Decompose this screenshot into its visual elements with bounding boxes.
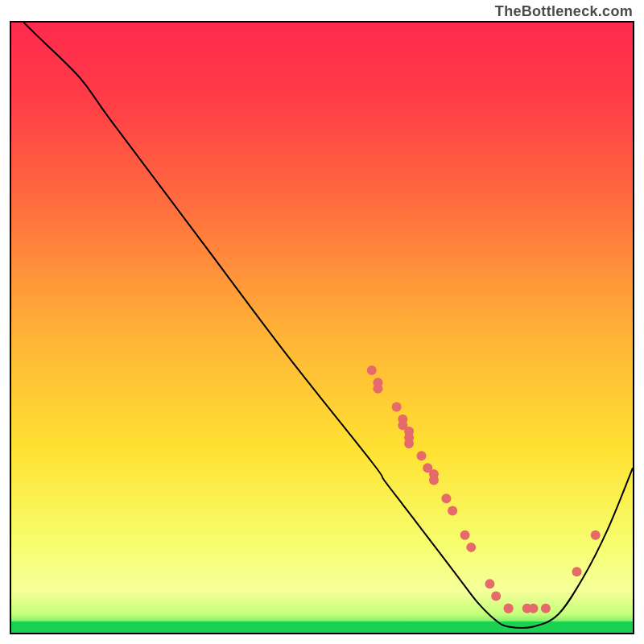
gradient-background (11, 23, 633, 633)
bottleneck-chart (11, 23, 633, 633)
data-point (504, 604, 514, 613)
data-point (485, 579, 494, 588)
data-point (460, 530, 470, 540)
data-point (429, 476, 439, 485)
data-point (466, 543, 476, 552)
green-baseline-band (11, 621, 633, 633)
data-point (591, 530, 601, 540)
attribution-watermark: TheBottleneck.com (495, 3, 633, 20)
data-point (528, 604, 538, 613)
data-point (441, 493, 451, 503)
data-point (491, 592, 501, 601)
data-point (367, 365, 377, 375)
data-point (541, 604, 551, 613)
chart-frame (10, 21, 634, 634)
data-point (417, 451, 427, 460)
data-point (404, 439, 414, 448)
data-point (448, 506, 457, 515)
data-point (392, 402, 402, 412)
data-point (373, 378, 382, 387)
data-point (572, 567, 582, 576)
